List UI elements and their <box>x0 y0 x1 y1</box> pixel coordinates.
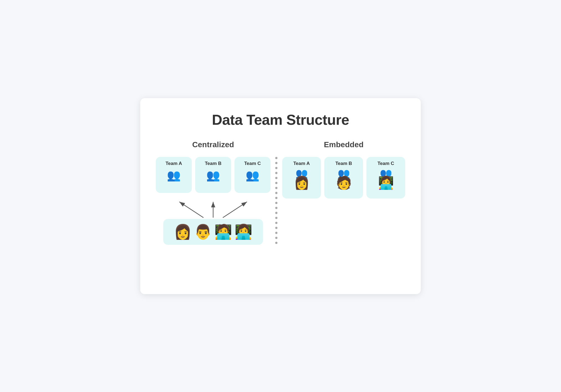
centralized-team-c-label: Team C <box>244 161 261 166</box>
divider-dot <box>275 212 277 214</box>
arrows-svg <box>156 200 271 219</box>
data-person-1: 👩 <box>174 224 192 240</box>
embedded-section: Embedded Team A 👥 👩 <box>282 140 405 204</box>
divider-dot <box>275 177 277 179</box>
centralized-team-b-label: Team B <box>205 161 221 166</box>
embedded-team-a-label: Team A <box>293 161 310 166</box>
embedded-team-c-label: Team C <box>378 161 394 166</box>
arrows-area <box>156 200 271 219</box>
divider-dot <box>275 192 277 194</box>
divider-dot <box>275 202 277 204</box>
divider-dot <box>275 222 277 224</box>
centralized-section: Centralized Team A 👥 Team B 👥 Team C 👥 <box>156 140 271 245</box>
embedded-team-b-label: Team B <box>335 161 352 166</box>
centralized-team-a-emoji: 👥 <box>167 169 181 181</box>
embedded-team-b-person-emoji: 🧑 <box>336 176 352 189</box>
svg-line-3 <box>179 202 203 218</box>
embedded-team-c-group: 👥 👩‍💻 <box>378 169 394 189</box>
divider-dot <box>275 217 277 219</box>
embedded-team-cards: Team A 👥 👩 Team B 👥 <box>282 157 405 198</box>
divider-dot <box>275 242 277 244</box>
data-person-3: 🧑‍💻 <box>214 224 232 240</box>
embedded-team-a-person-row: 👩 <box>294 179 310 189</box>
divider-dot <box>275 187 277 189</box>
embedded-team-b-card: Team B 👥 🧑 <box>324 157 363 198</box>
section-divider <box>276 140 277 250</box>
centralized-team-b-card: Team B 👥 <box>195 157 231 193</box>
centralized-label: Centralized <box>192 140 234 149</box>
data-person-2: 👨 <box>194 224 212 240</box>
divider-dot <box>275 232 277 234</box>
divider-dot <box>275 157 277 159</box>
centralized-team-b-emoji: 👥 <box>206 169 220 181</box>
centralized-team-c-card: Team C 👥 <box>234 157 271 193</box>
data-person-4: 👩‍💻 <box>234 224 253 240</box>
embedded-team-b-person-row: 🧑 <box>336 179 352 189</box>
divider-dot <box>275 207 277 209</box>
centralized-team-cards: Team A 👥 Team B 👥 Team C 👥 <box>156 157 271 193</box>
centralized-team-a-label: Team A <box>165 161 182 166</box>
embedded-team-c-person-row: 👩‍💻 <box>378 179 394 189</box>
divider-dot <box>275 167 277 169</box>
divider-dot <box>275 182 277 184</box>
embedded-team-b-group: 👥 🧑 <box>336 169 352 189</box>
embedded-team-c-card: Team C 👥 👩‍💻 <box>366 157 405 198</box>
divider-dot <box>275 197 277 199</box>
divider-dot <box>275 162 277 164</box>
page-title: Data Team Structure <box>212 111 349 128</box>
divider-dot <box>275 172 277 174</box>
divider-dot <box>275 237 277 239</box>
slide: Data Team Structure Centralized Team A 👥… <box>140 98 421 294</box>
centralized-team-c-emoji: 👥 <box>246 169 259 181</box>
embedded-team-a-card: Team A 👥 👩 <box>282 157 321 198</box>
centralized-team-a-card: Team A 👥 <box>156 157 192 193</box>
svg-line-5 <box>223 202 247 218</box>
embedded-label: Embedded <box>324 140 363 149</box>
embedded-team-c-person-emoji: 👩‍💻 <box>378 176 394 189</box>
data-team-box: 👩 👨 🧑‍💻 👩‍💻 <box>163 219 263 245</box>
embedded-team-a-group: 👥 👩 <box>294 169 310 189</box>
divider-dot <box>275 227 277 229</box>
content-row: Centralized Team A 👥 Team B 👥 Team C 👥 <box>157 140 404 250</box>
embedded-team-a-person-emoji: 👩 <box>294 176 310 189</box>
